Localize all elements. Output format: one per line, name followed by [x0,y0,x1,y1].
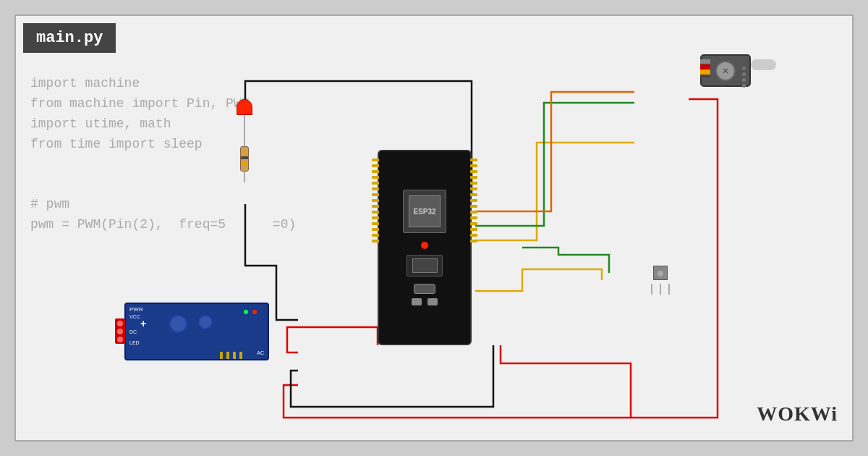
pin [372,228,379,231]
code-line-8: pwm = PWM(Pin(2), freq=5 =0) [30,215,378,235]
pin [470,187,477,190]
pot-knob [658,271,663,276]
code-line-4: from time import sleep [30,135,378,155]
pin [372,234,379,237]
esp32-sub-chip [407,255,443,276]
pin [372,187,379,190]
pin [470,228,477,231]
esp32-sub-chip-inner [412,258,438,273]
resistor-band-1 [241,151,248,153]
servo-motor: ✕ [700,51,780,90]
pin [470,176,477,179]
pot-leg-right [668,284,670,295]
pin [372,164,379,167]
pin [470,222,477,225]
esp32-chip-inner: ESP32 [409,195,441,227]
main-container: main.py import machine from machine impo… [14,14,854,442]
esp32-pins-left [372,159,379,242]
pin [372,176,379,179]
power-pin [220,352,223,359]
code-line-6 [30,174,378,195]
led-leg [244,115,245,137]
pin [372,170,379,173]
resistor-band-2 [241,156,248,159]
pin [470,205,477,208]
power-cap-2 [198,315,213,329]
pin [470,164,477,167]
potentiometer [650,262,671,298]
code-area: import machine from machine import Pin, … [16,59,392,442]
power-led-red [252,310,257,314]
led-component [237,99,252,137]
pot-body [653,266,668,280]
code-line-5 [30,155,378,175]
esp32-btn-boot [412,298,422,305]
power-module-pwr-label: PWR [129,306,143,313]
esp32-pins-right [470,159,477,242]
servo-horn [751,59,776,70]
esp32-chip-label: ESP32 [413,208,435,216]
resistor-leg-top [244,135,245,146]
power-pin [233,352,236,359]
connector-wire-brown [700,59,710,64]
esp32-buttons [412,298,438,305]
file-title: main.py [36,29,103,47]
pin [372,199,379,202]
pin [372,222,379,225]
power-module-dc-label: DC [129,329,137,334]
power-connector-dot-3 [117,337,123,342]
led-body [237,99,252,115]
esp32-usb [414,284,435,294]
pin [372,240,379,242]
power-connector-dot-2 [117,329,123,334]
servo-dot [742,84,746,88]
pin [372,216,379,219]
pin [470,170,477,173]
resistor-body [240,146,249,172]
esp32-board: ESP32 [378,150,472,345]
power-module-ac-label: AC [257,350,264,355]
code-line-7: # pwm [30,195,378,215]
pin [372,211,379,214]
power-module: PWR VCC DC LED AC + [124,303,269,360]
pin [372,182,379,185]
pin [470,216,477,219]
power-pin-header [220,352,242,359]
servo-dots [742,67,746,88]
power-pin [226,352,229,359]
resistor-component [240,135,249,182]
servo-dot [742,78,746,82]
pin [372,193,379,196]
esp32-chip: ESP32 [403,190,446,233]
servo-dot [742,67,746,70]
power-connector [115,318,125,344]
power-module-led-label: LED [129,340,140,345]
code-line-2: from machine import Pin, PWM [30,94,378,114]
pin [372,205,379,208]
title-bar: main.py [23,23,116,53]
connector-wire-orange [700,69,710,75]
pin [470,234,477,237]
pot-leg-mid [660,284,661,295]
wokwi-logo: WOKWi [757,402,838,426]
power-connector-dot-1 [117,321,123,326]
pin [470,199,477,202]
esp32-led [421,242,428,249]
code-line-1: import machine [30,74,378,94]
power-plus-symbol: + [140,318,146,330]
power-pin [239,352,242,359]
servo-wheel: ✕ [715,61,736,81]
power-module-leds [244,310,257,314]
pot-legs [650,284,671,295]
power-cap-1 [169,315,187,333]
pin [470,182,477,185]
pin [470,159,477,161]
connector-wire-red [700,64,710,69]
pin [372,159,379,161]
power-led-green [244,310,248,314]
pot-leg-left [651,284,652,295]
servo-cross-icon: ✕ [723,64,728,77]
power-module-vcc-label: VCC [129,314,140,319]
resistor-leg-bottom [244,172,245,182]
servo-dot [742,72,746,76]
